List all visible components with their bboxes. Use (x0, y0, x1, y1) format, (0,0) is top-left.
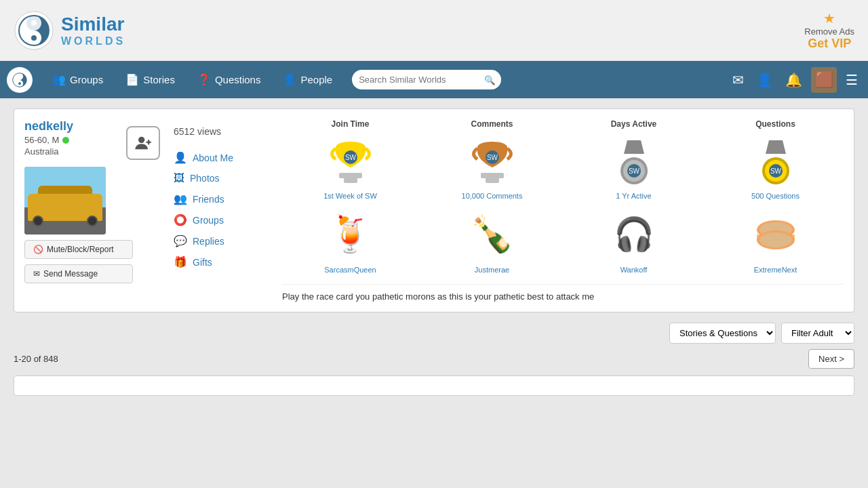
badge-questions-label: Questions (755, 119, 795, 129)
get-vip-text[interactable]: Get VIP (804, 37, 854, 51)
badge-days-active-caption: 1 Yr Active (616, 192, 651, 200)
svg-point-3 (31, 35, 37, 41)
badge-join-time-label: Join Time (332, 119, 370, 129)
about-me-link[interactable]: 👤 About Me (174, 147, 269, 168)
svg-rect-11 (344, 178, 357, 183)
nav-stories-label: Stories (143, 74, 175, 85)
nav-stories[interactable]: 📄 Stories (116, 68, 184, 92)
mute-block-report-button[interactable]: 🚫 Mute/Block/Report (24, 240, 133, 259)
top-bar: Similar WORLDS ★ Remove Ads Get VIP (0, 0, 868, 61)
nav-people[interactable]: 👤 People (273, 68, 342, 92)
gift-extremenext: ExtremeNext (707, 205, 844, 274)
user-location: Australia (24, 146, 73, 157)
badge-questions: Questions SW 500 Questions (707, 119, 844, 200)
logo-similar: Similar (61, 14, 125, 35)
friends-icon[interactable]: 👤 (753, 68, 776, 92)
gifts-label: Gifts (193, 257, 212, 268)
pagination-row: 1-20 of 848 Next > (14, 349, 854, 369)
username: nedkelly (24, 119, 73, 134)
badge-comments: Comments SW 10,000 Comm (424, 119, 560, 200)
search-button[interactable]: 🔍 (484, 75, 496, 85)
logo-area[interactable]: Similar WORLDS (14, 10, 125, 51)
badge-days-active: Days Active SW 1 Yr Active (566, 119, 702, 200)
gift-sarcasmqueen-caption: SarcasmQueen (324, 266, 376, 274)
profile-nav: 6512 views 👤 About Me 🖼 Photos 👥 Friends… (174, 119, 269, 302)
people-icon: 👤 (283, 73, 296, 86)
vip-area[interactable]: ★ Remove Ads Get VIP (804, 10, 854, 51)
menu-icon[interactable]: ☰ (842, 68, 861, 92)
questions-icon: ❓ (197, 73, 211, 86)
logo-text: Similar WORLDS (61, 14, 125, 47)
views-count: 6512 views (174, 126, 269, 137)
profile-card: nedkelly 56-60, M Australia (14, 108, 854, 312)
photos-label: Photos (190, 173, 220, 184)
about-me-label: About Me (193, 152, 233, 163)
logo-icon (14, 10, 54, 51)
svg-point-2 (31, 20, 37, 26)
svg-text:SW: SW (770, 167, 781, 175)
svg-marker-26 (766, 140, 786, 154)
mail-icon: ✉ (33, 269, 40, 279)
svg-rect-12 (339, 173, 362, 178)
user-info: 56-60, M (24, 135, 73, 145)
badge-days-active-label: Days Active (611, 119, 657, 129)
main-content: nedkelly 56-60, M Australia (0, 98, 868, 406)
nav-questions-label: Questions (215, 74, 261, 85)
message-btn-label: Send Message (43, 269, 98, 279)
bio-text: Play the race card you pathetic morons a… (282, 284, 844, 302)
nav-groups[interactable]: 👥 Groups (43, 68, 113, 92)
online-indicator (62, 137, 69, 144)
search-area: 🔍 (352, 70, 501, 89)
badge-comments-caption: 10,000 Comments (462, 192, 523, 200)
nav-right: ✉ 👤 🔔 🟫 ☰ (729, 67, 861, 93)
svg-text:SW: SW (344, 154, 356, 161)
notifications-icon[interactable]: 🔔 (782, 68, 806, 92)
logo-worlds: WORLDS (61, 35, 125, 47)
svg-point-8 (138, 137, 144, 143)
gift-justmerae-caption: Justmerae (475, 266, 509, 274)
pagination-info: 1-20 of 848 (14, 354, 58, 364)
badge-join-time-caption: 1st Week of SW (323, 192, 377, 200)
adult-filter[interactable]: Filter Adult Show Adult Adult Only (781, 323, 854, 344)
svg-rect-16 (486, 178, 499, 183)
next-button[interactable]: Next > (808, 349, 854, 369)
nav-people-label: People (300, 74, 332, 85)
messages-icon[interactable]: ✉ (729, 68, 747, 92)
send-message-button[interactable]: ✉ Send Message (24, 264, 133, 283)
search-input[interactable] (352, 70, 501, 89)
replies-label: Replies (193, 236, 224, 247)
badges-section: Join Time SW (282, 119, 844, 302)
profile-left: nedkelly 56-60, M Australia (24, 119, 160, 302)
add-friend-button[interactable] (126, 126, 160, 160)
nav-groups-label: Groups (70, 74, 103, 85)
profile-photo (24, 167, 106, 235)
vip-star: ★ (804, 10, 854, 26)
svg-text:SW: SW (486, 154, 498, 161)
gifts-link[interactable]: 🎁 Gifts (174, 251, 269, 272)
svg-marker-21 (624, 140, 644, 154)
nav-logo-small[interactable] (7, 67, 33, 93)
content-controls: Stories & Questions Stories Questions Fi… (14, 323, 854, 369)
svg-point-5 (18, 75, 21, 78)
gifts-icon: 🎁 (174, 256, 187, 268)
content-type-filter[interactable]: Stories & Questions Stories Questions (669, 323, 776, 344)
badge-comments-label: Comments (471, 119, 513, 129)
groups-link[interactable]: ⭕ Groups (174, 209, 269, 230)
gift-sarcasmqueen: 🍹 SarcasmQueen (282, 205, 418, 274)
avatar-nav[interactable]: 🟫 (811, 67, 837, 93)
gift-wankoff-caption: Wankoff (620, 266, 648, 274)
gift-wankoff: 🎧 Wankoff (566, 205, 702, 274)
svg-point-35 (760, 232, 792, 247)
ban-icon: 🚫 (33, 245, 43, 254)
friends-label: Friends (193, 194, 224, 205)
gift-extremenext-caption: ExtremeNext (754, 266, 797, 274)
replies-link[interactable]: 💬 Replies (174, 230, 269, 251)
friends-icon: 👥 (174, 192, 187, 205)
photos-link[interactable]: 🖼 Photos (174, 168, 269, 188)
content-preview (14, 375, 854, 396)
nav-questions[interactable]: ❓ Questions (188, 68, 271, 92)
badge-questions-caption: 500 Questions (751, 192, 800, 200)
age-gender: 56-60, M (24, 135, 59, 145)
friends-link[interactable]: 👥 Friends (174, 188, 269, 209)
svg-text:SW: SW (628, 167, 639, 175)
